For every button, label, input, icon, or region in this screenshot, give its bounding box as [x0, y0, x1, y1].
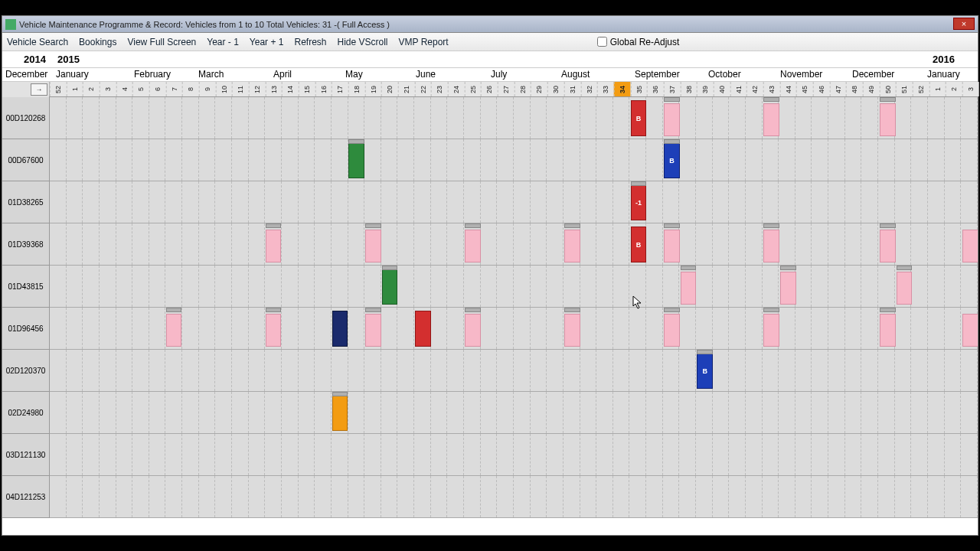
week-cell[interactable]: 6: [149, 82, 166, 96]
vehicle-row-header[interactable]: 00D67600: [2, 139, 50, 181]
menu-vmp-report[interactable]: VMP Report: [399, 37, 449, 47]
week-cell[interactable]: 20: [381, 82, 398, 96]
schedule-block-blue[interactable]: B: [697, 353, 713, 389]
vehicle-row-header[interactable]: 04D121253: [2, 476, 50, 518]
menu-year-minus[interactable]: Year - 1: [207, 37, 239, 47]
schedule-block-pink[interactable]: [266, 230, 282, 262]
week-cell[interactable]: 1: [929, 82, 946, 96]
vehicle-row-header[interactable]: 01D43815: [2, 266, 50, 308]
schedule-block-graytab[interactable]: [880, 223, 896, 228]
week-cell[interactable]: 36: [647, 82, 664, 96]
schedule-block-pink[interactable]: [166, 314, 182, 347]
close-button[interactable]: ×: [953, 18, 975, 30]
schedule-block-red[interactable]: -1: [631, 184, 647, 220]
schedule-block-pink[interactable]: [763, 230, 779, 262]
schedule-block-graytab[interactable]: [897, 266, 913, 270]
week-cell[interactable]: 13: [266, 82, 283, 96]
schedule-block-graytab[interactable]: [365, 308, 381, 312]
schedule-block-graytab[interactable]: [664, 139, 680, 144]
schedule-block-graytab[interactable]: [664, 223, 680, 228]
week-cell[interactable]: 9: [199, 82, 216, 96]
schedule-block-graytab[interactable]: [465, 308, 481, 312]
menu-fullscreen[interactable]: View Full Screen: [127, 37, 196, 47]
week-cell[interactable]: 8: [182, 82, 199, 96]
week-cell[interactable]: 12: [249, 82, 266, 96]
schedule-block-graytab[interactable]: [332, 392, 348, 396]
schedule-block-pink[interactable]: [266, 314, 282, 347]
menu-hide-vscroll[interactable]: Hide VScroll: [338, 37, 388, 47]
vehicle-row-header[interactable]: 01D39368: [2, 223, 50, 266]
schedule-block-graytab[interactable]: [631, 181, 647, 186]
schedule-block-red[interactable]: B: [631, 227, 647, 262]
schedule-block-pink[interactable]: [564, 230, 580, 262]
schedule-block-graytab[interactable]: [382, 266, 398, 270]
schedule-block-pink[interactable]: [763, 314, 779, 347]
schedule-block-pink[interactable]: [365, 230, 381, 262]
global-readjust-checkbox[interactable]: [597, 37, 607, 47]
menu-refresh[interactable]: Refresh: [294, 37, 326, 47]
schedule-block-pink[interactable]: [681, 272, 697, 305]
schedule-block-navy[interactable]: [332, 311, 348, 347]
week-cell[interactable]: 49: [863, 82, 880, 96]
schedule-block-graytab[interactable]: [348, 139, 364, 144]
week-cell[interactable]: 50: [880, 82, 897, 96]
schedule-block-pink[interactable]: [880, 314, 896, 347]
schedule-block-graytab[interactable]: [763, 223, 779, 228]
schedule-block-pink[interactable]: [897, 272, 913, 305]
week-cell[interactable]: 30: [547, 82, 564, 96]
schedule-block-blue[interactable]: B: [664, 142, 680, 178]
schedule-block-pink[interactable]: [465, 314, 481, 347]
week-cell[interactable]: 43: [763, 82, 780, 96]
week-cell[interactable]: 21: [398, 82, 415, 96]
vehicle-row-header[interactable]: 02D24980: [2, 392, 50, 434]
schedule-block-pink[interactable]: [365, 314, 381, 347]
week-cell[interactable]: 2: [83, 82, 100, 96]
week-cell[interactable]: 48: [846, 82, 863, 96]
nav-arrow-button[interactable]: →: [31, 83, 47, 96]
schedule-block-graytab[interactable]: [664, 308, 680, 312]
schedule-block-graytab[interactable]: [763, 308, 779, 312]
schedule-block-graytab[interactable]: [697, 350, 713, 354]
week-cell[interactable]: 51: [896, 82, 913, 96]
week-cell[interactable]: 26: [481, 82, 498, 96]
week-cell[interactable]: 33: [597, 82, 614, 96]
schedule-block-green[interactable]: [382, 269, 398, 305]
schedule-block-pink[interactable]: [880, 230, 896, 262]
vehicle-row-header[interactable]: 00D120268: [2, 97, 50, 139]
schedule-block-red[interactable]: [415, 311, 431, 347]
week-cell[interactable]: 52: [913, 82, 929, 96]
week-cell[interactable]: 34: [614, 82, 631, 96]
menu-bookings[interactable]: Bookings: [79, 37, 116, 47]
schedule-block-red[interactable]: B: [631, 100, 647, 136]
week-cell[interactable]: 39: [697, 82, 714, 96]
global-readjust-wrap[interactable]: Global Re-Adjust: [597, 37, 680, 47]
week-cell[interactable]: 29: [531, 82, 547, 96]
week-cell[interactable]: 37: [664, 82, 681, 96]
week-cell[interactable]: 18: [348, 82, 365, 96]
schedule-block-pink[interactable]: [962, 314, 978, 347]
week-cell[interactable]: 3: [962, 82, 979, 96]
vehicle-row-header[interactable]: 02D120370: [2, 350, 50, 392]
week-cell[interactable]: 45: [796, 82, 813, 96]
week-cell[interactable]: 44: [780, 82, 797, 96]
week-cell[interactable]: 27: [498, 82, 514, 96]
menu-year-plus[interactable]: Year + 1: [250, 37, 284, 47]
schedule-block-graytab[interactable]: [880, 308, 896, 312]
vehicle-row-header[interactable]: 03D121130: [2, 434, 50, 476]
schedule-block-graytab[interactable]: [365, 223, 381, 228]
week-cell[interactable]: 19: [365, 82, 382, 96]
schedule-block-graytab[interactable]: [763, 97, 779, 102]
week-cell[interactable]: 4: [116, 82, 133, 96]
menu-vehicle-search[interactable]: Vehicle Search: [7, 37, 68, 47]
week-cell[interactable]: 15: [299, 82, 315, 96]
week-cell[interactable]: 11: [232, 82, 249, 96]
week-cell[interactable]: 2: [946, 82, 962, 96]
schedule-block-graytab[interactable]: [266, 223, 282, 228]
schedule-block-pink[interactable]: [880, 103, 896, 136]
schedule-block-graytab[interactable]: [664, 97, 680, 102]
week-cell[interactable]: 32: [581, 82, 598, 96]
week-cell[interactable]: 7: [166, 82, 183, 96]
week-cell[interactable]: 14: [282, 82, 299, 96]
week-cell[interactable]: 16: [315, 82, 332, 96]
schedule-block-graytab[interactable]: [564, 308, 580, 312]
